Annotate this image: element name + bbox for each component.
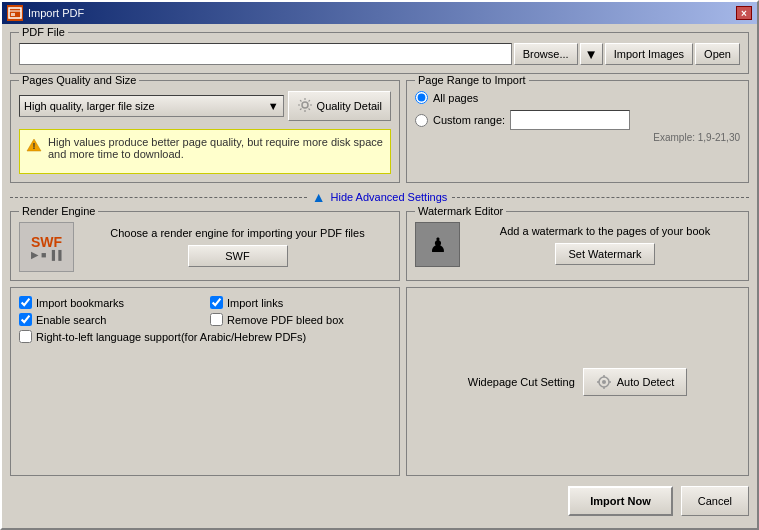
watermark-right: Add a watermark to the pages of your boo… [470, 225, 740, 265]
rtl-row: Right-to-left language support(for Arabi… [19, 330, 391, 343]
widepage-box: Widepage Cut Setting Auto Detect [406, 287, 749, 476]
advanced-section: Render Engine SWF ▶ ■ ▐▐ Choose a render… [10, 211, 749, 281]
pdf-file-group: PDF File Browse... ▼ Import Images Open [10, 32, 749, 74]
auto-detect-button[interactable]: Auto Detect [583, 368, 687, 396]
bottom-row: Import Now Cancel [10, 482, 749, 520]
cancel-button[interactable]: Cancel [681, 486, 749, 516]
import-now-button[interactable]: Import Now [568, 486, 673, 516]
watermark-editor-group: Watermark Editor ♟ Add a watermark to th… [406, 211, 749, 281]
custom-range-radio[interactable] [415, 114, 428, 127]
render-engine-label: Render Engine [19, 205, 98, 217]
svg-rect-2 [11, 13, 15, 16]
pages-quality-label: Pages Quality and Size [19, 74, 139, 86]
import-links-label[interactable]: Import links [227, 297, 283, 309]
svg-point-3 [302, 102, 308, 108]
svg-text:!: ! [33, 141, 36, 151]
lower-section: Import bookmarks Import links Enable sea… [10, 287, 749, 476]
import-images-button[interactable]: Import Images [605, 43, 693, 65]
enable-search-label[interactable]: Enable search [36, 314, 106, 326]
pdf-path-input[interactable] [19, 43, 512, 65]
render-right: Choose a render engine for importing you… [84, 227, 391, 267]
window-title: Import PDF [28, 7, 84, 19]
left-divider [10, 197, 307, 198]
range-input[interactable] [510, 110, 630, 130]
browse-button[interactable]: Browse... [514, 43, 578, 65]
import-links-row: Import links [210, 296, 391, 309]
render-description: Choose a render engine for importing you… [110, 227, 364, 239]
swf-icon: SWF ▶ ■ ▐▐ [19, 222, 74, 272]
import-bookmarks-row: Import bookmarks [19, 296, 200, 309]
window-content: PDF File Browse... ▼ Import Images Open … [2, 24, 757, 528]
import-bookmarks-label[interactable]: Import bookmarks [36, 297, 124, 309]
set-watermark-button[interactable]: Set Watermark [555, 243, 655, 265]
widepage-label: Widepage Cut Setting [468, 376, 575, 388]
swf-button[interactable]: SWF [188, 245, 288, 267]
quality-select-row: High quality, larger file size ▼ Quality… [19, 91, 391, 121]
pdf-file-row: Browse... ▼ Import Images Open [19, 43, 740, 65]
hide-advanced-row: ▲ Hide Advanced Settings [10, 189, 749, 205]
checkboxes-box: Import bookmarks Import links Enable sea… [10, 287, 400, 476]
hide-advanced-label[interactable]: Hide Advanced Settings [331, 191, 448, 203]
enable-search-row: Enable search [19, 313, 200, 326]
remove-bleed-label[interactable]: Remove PDF bleed box [227, 314, 344, 326]
remove-bleed-row: Remove PDF bleed box [210, 313, 391, 326]
import-bookmarks-checkbox[interactable] [19, 296, 32, 309]
quality-select[interactable]: High quality, larger file size ▼ [19, 95, 284, 117]
watermark-description: Add a watermark to the pages of your boo… [500, 225, 710, 237]
custom-range-row: Custom range: [415, 110, 740, 130]
open-button[interactable]: Open [695, 43, 740, 65]
render-engine-group: Render Engine SWF ▶ ■ ▐▐ Choose a render… [10, 211, 400, 281]
enable-search-checkbox[interactable] [19, 313, 32, 326]
remove-bleed-checkbox[interactable] [210, 313, 223, 326]
window-icon [7, 5, 23, 21]
title-bar: Import PDF × [2, 2, 757, 24]
example-text: Example: 1,9-21,30 [415, 132, 740, 143]
all-pages-radio[interactable] [415, 91, 428, 104]
pages-quality-group: Pages Quality and Size High quality, lar… [10, 80, 400, 183]
browse-dropdown-button[interactable]: ▼ [580, 43, 603, 65]
pdf-file-label: PDF File [19, 26, 68, 38]
watermark-editor-label: Watermark Editor [415, 205, 506, 217]
quality-info-text: High values produce better page quality,… [48, 136, 384, 160]
right-divider [452, 197, 749, 198]
page-range-group: Page Range to Import All pages Custom ra… [406, 80, 749, 183]
watermark-content: ♟ Add a watermark to the pages of your b… [415, 222, 740, 267]
import-links-checkbox[interactable] [210, 296, 223, 309]
auto-detect-icon [596, 374, 612, 390]
quality-detail-icon [297, 97, 313, 115]
all-pages-label[interactable]: All pages [433, 92, 478, 104]
custom-range-label[interactable]: Custom range: [433, 114, 505, 126]
import-pdf-window: Import PDF × PDF File Browse... ▼ Import… [0, 0, 759, 530]
quality-detail-button[interactable]: Quality Detail [288, 91, 391, 121]
triangle-icon: ▲ [312, 189, 326, 205]
page-range-label: Page Range to Import [415, 74, 529, 86]
all-pages-row: All pages [415, 91, 740, 104]
rtl-label[interactable]: Right-to-left language support(for Arabi… [36, 331, 306, 343]
watermark-icon: ♟ [415, 222, 460, 267]
close-button[interactable]: × [736, 6, 752, 20]
rtl-checkbox[interactable] [19, 330, 32, 343]
render-content: SWF ▶ ■ ▐▐ Choose a render engine for im… [19, 222, 391, 272]
middle-section: Pages Quality and Size High quality, lar… [10, 80, 749, 183]
svg-point-7 [602, 380, 606, 384]
info-box: ! High values produce better page qualit… [19, 129, 391, 174]
